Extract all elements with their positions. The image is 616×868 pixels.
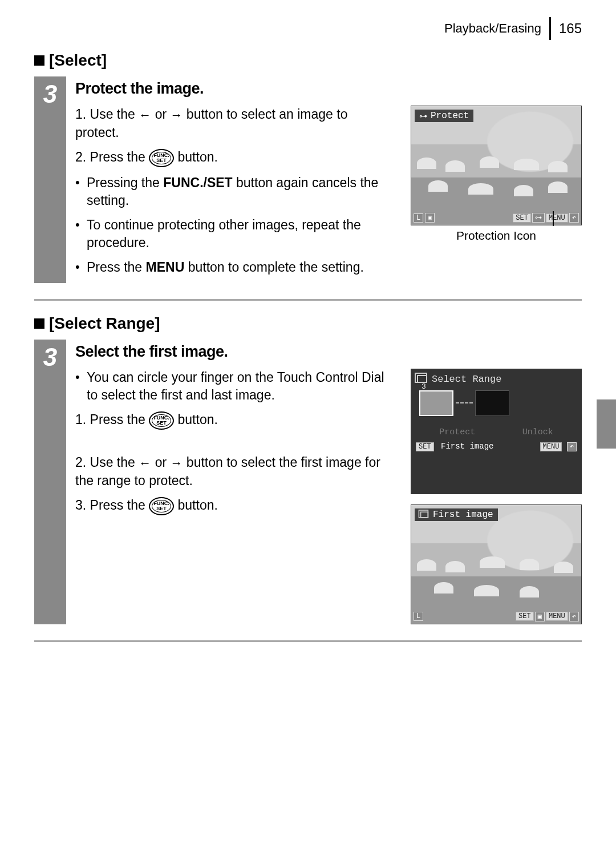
lcd-protect-label: ⊶ Protect <box>415 110 473 122</box>
section-title-select-text: [Select] <box>49 51 107 70</box>
func-set-icon: FUNC.SET <box>149 149 174 167</box>
lcd-select-range-figure: Select Range 3 Protect Unlock <box>411 369 582 494</box>
thumb-last-empty <box>475 390 509 416</box>
instruction-1: 1. Use the ← or → button to select an im… <box>75 106 394 142</box>
instruction-2: 2. Press the FUNC.SET button. <box>75 148 394 167</box>
key-icon: ⊶ <box>419 111 427 121</box>
size-chip: L <box>414 213 423 223</box>
step-3-protect: 3 Protect the image. 1. Use the ← or → b… <box>34 76 582 283</box>
opt-protect: Protect <box>439 427 475 437</box>
section-title-select: [Select] <box>34 51 582 70</box>
key-chip: ⊶ <box>532 213 545 223</box>
section-divider <box>34 299 582 301</box>
undo-chip-icon: ↶ <box>569 213 579 223</box>
figure-caption-protection: Protection Icon <box>411 229 582 243</box>
page-number: 165 <box>559 21 582 37</box>
section-divider-end <box>34 640 582 642</box>
undo-chip-icon: ↶ <box>567 442 577 451</box>
range-instruction-1: 1. Press the FUNC.SET button. <box>75 411 394 430</box>
range-icon <box>420 511 428 518</box>
arrow-left-icon: ← <box>139 455 151 472</box>
thumb-dash <box>456 402 473 403</box>
page-header: Playback/Erasing 165 <box>34 17 582 40</box>
set-chip: SET <box>516 612 534 621</box>
undo-chip-icon: ↶ <box>569 612 579 621</box>
step-heading-protect: Protect the image. <box>75 80 582 98</box>
tip-touch-dial: You can circle your finger on the Touch … <box>75 369 394 404</box>
step-heading-first-image: Select the first image. <box>75 343 582 361</box>
arrow-left-icon: ← <box>139 107 151 124</box>
bullet-cancel: Pressing the FUNC./SET button again canc… <box>75 174 394 209</box>
callout-line <box>553 211 554 226</box>
section-title-range-text: [Select Range] <box>49 314 160 333</box>
lcd-first-image-label: First image <box>415 508 498 521</box>
thumb-first: 3 <box>419 390 453 416</box>
opt-unlock: Unlock <box>522 427 553 437</box>
quality-chip: ▣ <box>425 213 435 223</box>
menu-chip: MENU <box>546 213 568 223</box>
step-number-box: 3 <box>34 76 66 283</box>
arrow-right-icon: → <box>170 107 183 124</box>
instruction-text-range: You can circle your finger on the Touch … <box>75 369 394 624</box>
header-section: Playback/Erasing <box>444 21 541 36</box>
func-set-icon: FUNC.SET <box>149 497 174 515</box>
range-instruction-3: 3. Press the FUNC.SET button. <box>75 496 394 515</box>
arrow-right-icon: → <box>170 455 183 472</box>
bullet-menu: Press the MENU button to complete the se… <box>75 259 394 276</box>
instruction-text: 1. Use the ← or → button to select an im… <box>75 106 394 283</box>
menu-chip: MENU <box>546 612 568 621</box>
lcd-first-image-figure: First image L SET ▣ MENU ↶ <box>411 504 582 624</box>
lcd-protect-figure: ⊶ Protect L ▣ SET ⊶ MENU ↶ <box>411 106 582 225</box>
side-tab <box>597 399 616 449</box>
first-image-label: First image <box>441 442 493 451</box>
set-chip: SET <box>513 213 531 223</box>
header-divider <box>549 17 551 40</box>
range-chip-icon: ▣ <box>535 612 545 621</box>
size-chip: L <box>414 612 423 621</box>
set-chip: SET <box>416 442 434 451</box>
range-instruction-2: 2. Use the ← or → button to select the f… <box>75 454 394 490</box>
step-3-range: 3 Select the first image. You can circle… <box>34 340 582 624</box>
lcd-range-title: Select Range <box>432 374 501 385</box>
menu-chip: MENU <box>540 442 562 451</box>
step-number-box: 3 <box>34 340 66 624</box>
section-title-select-range: [Select Range] <box>34 314 582 333</box>
bullet-continue: To continue protecting other images, rep… <box>75 216 394 252</box>
func-set-icon: FUNC.SET <box>149 411 174 430</box>
